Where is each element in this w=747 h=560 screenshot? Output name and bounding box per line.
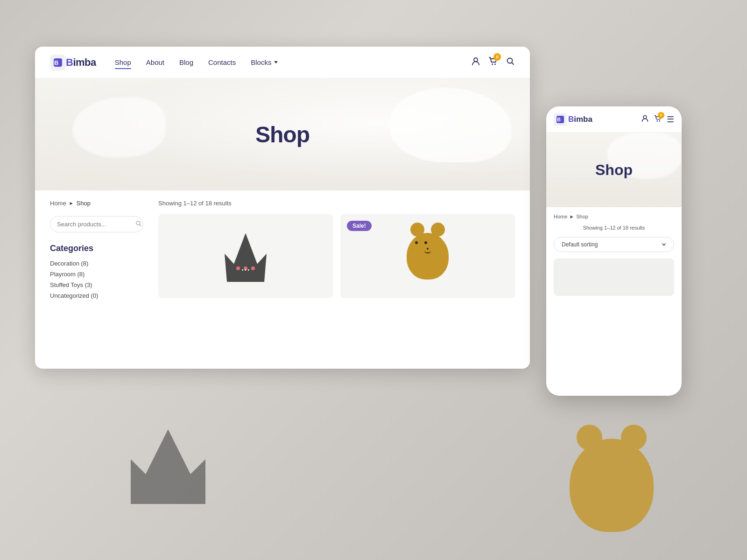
results-count: Showing 1–12 of 18 results [158, 200, 515, 207]
category-item-playroom[interactable]: Playroom (8) [50, 271, 143, 278]
svg-text:B: B [557, 117, 561, 122]
mobile-breadcrumb: Home ► Shop [554, 214, 674, 219]
crown-toy-visual [222, 231, 269, 282]
user-icon[interactable] [471, 56, 480, 68]
category-list: Decoration (8) Playroom (8) Stuffed Toys… [50, 260, 143, 299]
desktop-nav-icons: 0 [471, 56, 515, 69]
sale-badge: Sale! [347, 221, 372, 231]
mobile-nav-icons: 0 ☰ [641, 114, 674, 125]
desktop-main-content: Showing 1–12 of 18 results [158, 200, 515, 359]
mobile-logo[interactable]: B Bimba [554, 113, 641, 126]
desktop-nav-links: Shop About Blog Contacts Blocks [115, 58, 471, 66]
breadcrumb-arrow-icon: ► [69, 201, 74, 206]
svg-point-11 [643, 116, 647, 119]
category-item-uncategorized[interactable]: Uncategorized (0) [50, 292, 143, 299]
breadcrumb-home[interactable]: Home [50, 200, 66, 207]
mobile-logo-text: Bimba [568, 115, 592, 124]
svg-text:B: B [54, 59, 58, 66]
mobile-breadcrumb-home[interactable]: Home [554, 214, 567, 219]
nav-link-shop[interactable]: Shop [115, 58, 131, 66]
nav-link-blocks[interactable]: Blocks [251, 58, 278, 66]
nav-link-contacts[interactable]: Contacts [208, 58, 236, 66]
mobile-navbar: B Bimba 0 ☰ [546, 106, 682, 133]
product-card-bear[interactable]: Sale! [340, 214, 515, 298]
mobile-sort-dropdown[interactable]: Default sorting [554, 237, 674, 252]
nav-link-blog[interactable]: Blog [179, 58, 193, 66]
blocks-chevron-icon [274, 61, 278, 63]
svg-point-3 [474, 58, 478, 62]
breadcrumb-current: Shop [77, 200, 91, 207]
mobile-logo-icon: B [554, 113, 567, 126]
mobile-content-area: Home ► Shop Showing 1–12 of 18 results D… [546, 207, 682, 396]
mobile-breadcrumb-arrow-icon: ► [569, 214, 574, 219]
mobile-window: B Bimba 0 ☰ Shop [546, 106, 682, 396]
hero-title: Shop [255, 122, 310, 147]
cart-icon[interactable]: 0 [488, 56, 498, 69]
category-item-stuffed-toys[interactable]: Stuffed Toys (3) [50, 281, 143, 288]
svg-point-12 [657, 120, 658, 121]
desktop-breadcrumb: Home ► Shop [50, 200, 143, 207]
product-card-crown[interactable] [158, 214, 333, 298]
search-icon[interactable] [506, 56, 515, 68]
mobile-breadcrumb-current: Shop [576, 214, 588, 219]
search-input[interactable] [57, 221, 135, 228]
logo-icon: B [50, 55, 66, 70]
svg-point-13 [659, 120, 660, 121]
search-box[interactable] [50, 216, 143, 232]
svg-point-5 [494, 63, 496, 65]
product-crown-image [158, 214, 333, 298]
mobile-sort-label: Default sorting [562, 241, 598, 248]
mobile-product-placeholder [554, 259, 674, 296]
mobile-results-count: Showing 1–12 of 18 results [554, 225, 674, 231]
mobile-cart-icon[interactable]: 0 [654, 114, 662, 125]
desktop-sidebar: Home ► Shop Categories Decoration (8) Pl… [50, 200, 143, 359]
logo-text: Bimba [66, 56, 96, 69]
desktop-content-area: Home ► Shop Categories Decoration (8) Pl… [35, 190, 530, 369]
svg-point-4 [492, 63, 493, 65]
mobile-sort-chevron-icon [662, 242, 666, 247]
search-svg [506, 56, 515, 66]
mobile-hero-banner: Shop [546, 133, 682, 207]
desktop-window: B Bimba Shop About Blog Contacts Blocks [35, 47, 530, 369]
bear-toy-visual [407, 233, 449, 280]
mobile-person-svg [641, 114, 649, 122]
categories-title: Categories [50, 244, 143, 253]
products-grid: Sale! [158, 214, 515, 298]
nav-link-about[interactable]: About [146, 58, 164, 66]
mobile-hamburger-icon[interactable]: ☰ [667, 114, 674, 125]
mobile-user-icon[interactable] [641, 114, 649, 124]
desktop-logo[interactable]: B Bimba [50, 55, 96, 70]
mobile-cart-badge-count: 0 [658, 112, 664, 119]
cart-badge-count: 0 [493, 53, 501, 61]
category-item-decoration[interactable]: Decoration (8) [50, 260, 143, 267]
search-submit-icon[interactable] [135, 220, 142, 228]
person-svg [471, 56, 480, 66]
blocks-label: Blocks [251, 58, 271, 66]
desktop-navbar: B Bimba Shop About Blog Contacts Blocks [35, 47, 530, 78]
desktop-hero-banner: Shop [35, 78, 530, 190]
background-bear-decoration [570, 439, 654, 532]
mobile-hero-title: Shop [595, 161, 633, 179]
